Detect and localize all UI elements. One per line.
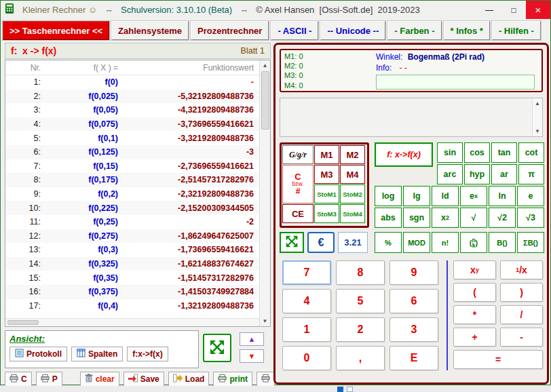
m2-button[interactable]: M2 — [340, 145, 365, 164]
close-button[interactable]: × — [526, 1, 550, 19]
function-key[interactable]: hyp — [464, 164, 490, 184]
copy-c-button[interactable]: C — [5, 372, 32, 387]
function-key[interactable]: abs — [375, 208, 402, 228]
m3-button[interactable]: M3 — [314, 165, 339, 184]
tab-prozentrechner[interactable]: Prozentrechner — [191, 21, 269, 40]
function-key[interactable]: n! — [432, 232, 459, 253]
numpad-key[interactable]: E — [390, 346, 438, 370]
open-paren-button[interactable]: ( — [453, 283, 496, 302]
equals-button[interactable]: = — [453, 350, 543, 369]
numpad-key[interactable]: 4 — [282, 289, 331, 313]
function-key[interactable]: π — [518, 164, 544, 184]
table-row[interactable]: 11: f(0,25) -2 — [5, 215, 259, 229]
function-key[interactable]: cos — [464, 142, 490, 163]
function-key[interactable]: cot — [518, 142, 544, 163]
scroll-up-icon[interactable]: ▲ — [260, 60, 271, 71]
table-row[interactable]: 8: f(0,175) -2,51457317282976 — [5, 173, 259, 187]
scroll-down-icon[interactable]: ▼ — [260, 316, 271, 326]
display-scrollbar[interactable]: ▲ ▼ — [532, 98, 542, 136]
table-row[interactable]: 7: f(0,15) -2,73696559416621 — [5, 159, 259, 174]
table-row[interactable]: 6: f(0,125) -3 — [5, 145, 259, 159]
multiply-button[interactable]: * — [453, 305, 496, 324]
table-row[interactable]: 16: f(0,375) -1,41503749927884 — [5, 285, 259, 299]
plus-button[interactable]: + — [453, 328, 496, 347]
tab-ascii[interactable]: - ASCII - — [271, 21, 318, 40]
taskbar-icon[interactable] — [347, 387, 353, 392]
table-horizontal-scrollbar[interactable] — [5, 318, 259, 326]
store-m3-button[interactable]: StoM3 — [314, 204, 339, 223]
function-key[interactable]: √3 — [517, 208, 544, 228]
numpad-key[interactable]: 7 — [282, 260, 331, 285]
table-row[interactable]: 9: f(0,2) -2,32192809488736 — [5, 187, 259, 201]
table-row[interactable]: 4: f(0,075) -3,73696559416621 — [5, 117, 259, 132]
numpad-key[interactable]: , — [336, 346, 385, 370]
table-row[interactable]: 17: f(0,4) -1,32192809488736 — [5, 299, 259, 313]
m4-button[interactable]: M4 — [340, 165, 365, 184]
expand-calc-button[interactable] — [280, 232, 304, 253]
function-key[interactable]: ln — [489, 186, 516, 206]
tab-infos[interactable]: * Infos * — [444, 21, 490, 40]
function-key[interactable]: tan — [491, 142, 517, 163]
m1-button[interactable]: M1 — [314, 145, 339, 164]
numpad-key[interactable]: 6 — [390, 289, 438, 313]
table-row[interactable]: 15: f(0,35) -1,51457317282976 — [5, 271, 259, 285]
numpad-key[interactable]: 1 — [282, 317, 331, 342]
tab-farben[interactable]: - Farben - — [387, 21, 441, 40]
save-button[interactable]: Save — [124, 372, 164, 387]
numpad-key[interactable]: 2 — [336, 317, 385, 342]
c-bzw-hash-button[interactable]: C bzw. # — [282, 165, 314, 203]
function-key[interactable]: % — [375, 232, 402, 253]
fx-mode-button[interactable]: f:x->f(x) — [127, 347, 168, 361]
load-button[interactable]: Load — [168, 372, 210, 387]
scrollbar-thumb[interactable] — [261, 71, 269, 130]
table-row[interactable]: 3: f(0,05) -4,32192809488736 — [5, 103, 259, 117]
numpad-key[interactable]: 5 — [336, 289, 385, 313]
move-up-button[interactable]: ▲ — [240, 332, 264, 346]
minus-button[interactable]: - — [500, 328, 543, 347]
tab-taschenrechner[interactable]: >> Taschenrechner << — [3, 21, 109, 40]
power-button[interactable]: xy — [453, 260, 496, 279]
divide-button[interactable]: / — [500, 305, 543, 324]
expand-view-button[interactable] — [203, 334, 231, 362]
scroll-down-icon[interactable]: ▼ — [532, 126, 543, 136]
print-button[interactable]: print — [213, 372, 252, 387]
euro-button[interactable]: € — [307, 232, 335, 253]
function-key[interactable]: MOD — [403, 232, 430, 253]
copy-p-button[interactable]: P — [36, 372, 62, 387]
tab-zahlensysteme[interactable]: Zahlensysteme — [111, 21, 189, 40]
table-row[interactable]: 14: f(0,325) -1,62148837674627 — [5, 257, 259, 271]
table-vertical-scrollbar[interactable]: ▲ ▼ — [259, 60, 270, 326]
print-settings-button[interactable] — [256, 372, 275, 387]
function-key[interactable]: ld — [432, 186, 459, 206]
table-row[interactable]: 2: f(0,025) -5,32192809488736 — [5, 90, 259, 104]
function-key[interactable]: sgn — [403, 208, 430, 228]
function-key[interactable]: ar — [491, 164, 517, 184]
function-key[interactable]: ex — [460, 186, 487, 206]
protokoll-button[interactable]: Protokoll — [10, 347, 67, 361]
function-key[interactable]: x2 — [432, 208, 459, 228]
minimize-button[interactable]: — — [477, 1, 501, 19]
function-key[interactable]: √2 — [489, 208, 516, 228]
angle-unit-button[interactable]: G/g/r — [282, 145, 314, 164]
store-m4-button[interactable]: StoM4 — [340, 204, 365, 223]
calculator-input[interactable] — [376, 75, 535, 90]
table-row[interactable]: 5: f(0,1) -3,32192809488736 — [5, 131, 259, 145]
taskbar-icon[interactable] — [337, 387, 343, 392]
scroll-up-icon[interactable]: ▲ — [532, 98, 543, 109]
reciprocal-button[interactable]: 1/x — [500, 260, 543, 279]
table-row[interactable]: 10: f(0,225) -2,15200309344505 — [5, 201, 259, 215]
function-key[interactable]: lg — [403, 186, 430, 206]
store-m1-button[interactable]: StoM1 — [314, 184, 339, 203]
function-key[interactable]: e — [517, 186, 544, 206]
store-m2-button[interactable]: StoM2 — [340, 184, 365, 203]
table-row[interactable]: 13: f(0,3) -1,73696559416621 — [5, 243, 259, 257]
ce-button[interactable]: CE — [282, 204, 314, 223]
function-key[interactable]: log — [375, 186, 402, 206]
close-paren-button[interactable]: ) — [500, 283, 543, 302]
numpad-key[interactable]: 8 — [336, 260, 385, 285]
maximize-button[interactable]: □ — [501, 1, 526, 19]
scrollbar-thumb[interactable] — [7, 320, 39, 325]
spalten-button[interactable]: Spalten — [71, 347, 123, 361]
function-key[interactable]: B() — [489, 232, 516, 253]
numpad-key[interactable]: 9 — [390, 260, 438, 285]
